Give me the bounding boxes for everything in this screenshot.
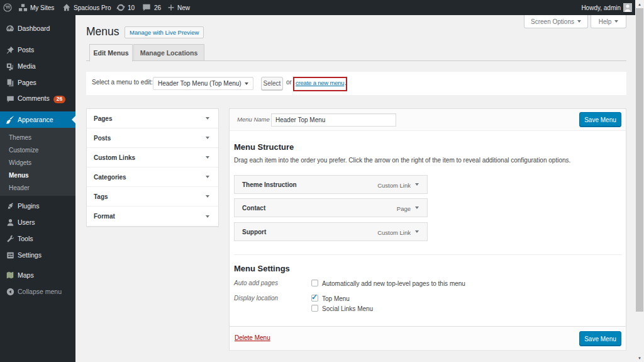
sidebar-item-collapse-menu[interactable]: Collapse menu: [0, 283, 75, 300]
sidebar-item-appearance[interactable]: Appearance: [0, 111, 75, 128]
scrollbar-thumb[interactable]: [636, 8, 643, 312]
screen-options-button[interactable]: Screen Options: [524, 15, 588, 28]
sidebar-item-posts[interactable]: Posts: [0, 42, 75, 58]
menu-structure-heading: Menu Structure: [234, 142, 294, 152]
item-expand-arrow-icon[interactable]: [415, 183, 419, 186]
my-sites-menu[interactable]: My Sites: [18, 0, 54, 15]
save-menu-button-top[interactable]: Save Menu: [579, 112, 621, 127]
pages-icon: [6, 78, 14, 87]
menu-item-contact[interactable]: Contact Page: [234, 198, 428, 217]
auto-add-pages-checkbox[interactable]: [311, 280, 318, 286]
chevron-down-icon: [206, 195, 209, 198]
plus-icon: [167, 4, 175, 11]
menu-name-header: Menu Name Save Menu: [230, 109, 626, 131]
my-account-menu[interactable]: Howdy, admin: [581, 0, 621, 15]
delete-menu-link[interactable]: Delete Menu: [235, 334, 270, 341]
home-icon: [62, 3, 71, 12]
checkmark-icon: ✓: [311, 293, 318, 302]
wordpress-logo-icon[interactable]: [3, 0, 12, 15]
panel-tags[interactable]: Tags: [87, 187, 218, 206]
user-icon: [6, 218, 14, 227]
menu-select-dropdown[interactable]: Header Top Menu (Top Menu): [153, 77, 253, 90]
manage-with-live-preview-button[interactable]: Manage with Live Preview: [125, 26, 204, 38]
select-arrow-icon: [245, 82, 248, 85]
help-button[interactable]: Help: [591, 15, 626, 28]
panel-format[interactable]: Format: [87, 206, 218, 226]
new-label: New: [177, 4, 190, 11]
chevron-down-icon: [206, 156, 209, 159]
wordpress-admin-page: My Sites Spacious Pro 10 26 New: [0, 0, 644, 362]
submenu-item-header[interactable]: Header: [0, 181, 75, 194]
auto-add-pages-label: Auto add pages: [234, 280, 278, 286]
chevron-down-icon: [206, 117, 209, 120]
panel-categories[interactable]: Categories: [87, 167, 218, 187]
menu-editor-footer: Delete Menu Save Menu: [230, 326, 626, 350]
submenu-item-widgets[interactable]: Widgets: [0, 156, 75, 169]
item-expand-arrow-icon[interactable]: [415, 230, 419, 233]
sidebar-item-tools[interactable]: Tools: [0, 230, 75, 247]
sidebar-item-pages[interactable]: Pages: [0, 74, 75, 91]
chevron-down-icon: [206, 215, 209, 218]
sidebar-item-plugins[interactable]: Plugins: [0, 198, 75, 214]
collapse-arrow-icon: [6, 287, 14, 296]
sidebar-item-maps[interactable]: Maps: [0, 267, 75, 283]
sidebar-item-dashboard[interactable]: Dashboard: [0, 20, 75, 37]
chevron-down-icon: [577, 20, 581, 23]
sidebar-item-comments[interactable]: Comments26: [0, 91, 75, 107]
updates-menu[interactable]: 10: [116, 0, 135, 15]
manage-menus-bar: Select a menu to edit: Header Top Menu (…: [86, 72, 626, 95]
chevron-down-icon: [206, 176, 209, 178]
select-menu-label: Select a menu to edit:: [92, 79, 153, 86]
select-button[interactable]: Select: [261, 77, 283, 90]
display-location-label: Display location: [234, 295, 278, 302]
site-name-menu[interactable]: Spacious Pro: [62, 0, 111, 15]
pushpin-icon: [6, 45, 14, 54]
top-menu-checkbox[interactable]: ✓: [311, 295, 318, 302]
save-menu-button-bottom[interactable]: Save Menu: [579, 331, 621, 346]
tab-manage-locations[interactable]: Manage Locations: [133, 44, 204, 61]
menu-settings-divider: [234, 254, 622, 255]
site-name-label: Spacious Pro: [74, 4, 111, 11]
submenu-item-themes[interactable]: Themes: [0, 131, 75, 144]
updates-icon: [116, 3, 125, 12]
panel-posts[interactable]: Posts: [87, 128, 218, 148]
new-content-menu[interactable]: New: [167, 0, 190, 15]
auto-add-pages-option-label: Automatically add new top-level pages to…: [322, 280, 465, 287]
scrollbar-down-arrow-icon[interactable]: ▼: [635, 354, 644, 362]
item-expand-arrow-icon[interactable]: [415, 206, 419, 209]
admin-bar: My Sites Spacious Pro 10 26 New: [0, 0, 635, 15]
avatar[interactable]: [623, 3, 632, 12]
submenu-item-menus[interactable]: Menus: [0, 169, 75, 181]
menu-structure-help-text: Drag each item into the order you prefer…: [234, 157, 570, 164]
comments-icon: [6, 94, 14, 103]
social-links-menu-checkbox[interactable]: [311, 305, 318, 312]
admin-sidebar: Dashboard Posts Media Pages Comments26: [0, 15, 75, 362]
menu-editor-box: Menu Name Save Menu Menu Structure Drag …: [229, 108, 626, 350]
menu-item-theme-instruction[interactable]: Theme Instruction Custom Link: [234, 175, 428, 194]
page-scrollbar[interactable]: ▲ ▼: [635, 0, 644, 362]
top-menu-option-label: Top Menu: [322, 295, 350, 302]
panel-pages[interactable]: Pages: [87, 109, 218, 128]
social-links-menu-option-label: Social Links Menu: [322, 305, 373, 312]
admin-bar-comments-count: 26: [154, 4, 161, 11]
updates-count: 10: [128, 4, 135, 11]
sidebar-item-settings[interactable]: Settings: [0, 247, 75, 263]
menu-name-input[interactable]: [271, 113, 396, 127]
comments-count-badge: 26: [53, 96, 65, 103]
add-menu-items-panel: Pages Posts Custom Links Categories Tags…: [86, 108, 219, 227]
menu-item-support[interactable]: Support Custom Link: [234, 222, 428, 241]
menu-name-label: Menu Name: [237, 116, 270, 123]
sidebar-item-media[interactable]: Media: [0, 58, 75, 74]
tab-edit-menus[interactable]: Edit Menus: [89, 44, 133, 62]
comments-menu[interactable]: 26: [142, 0, 161, 15]
panel-custom-links[interactable]: Custom Links: [87, 148, 218, 167]
scrollbar-up-arrow-icon[interactable]: ▲: [635, 0, 644, 8]
submenu-item-customize[interactable]: Customize: [0, 144, 75, 156]
chevron-down-icon: [614, 20, 618, 23]
appearance-brush-icon: [6, 115, 14, 124]
plugins-icon: [6, 201, 14, 210]
sidebar-item-users[interactable]: Users: [0, 214, 75, 230]
dashboard-icon: [6, 24, 14, 33]
menu-settings-heading: Menu Settings: [234, 264, 290, 273]
media-icon: [6, 62, 14, 71]
